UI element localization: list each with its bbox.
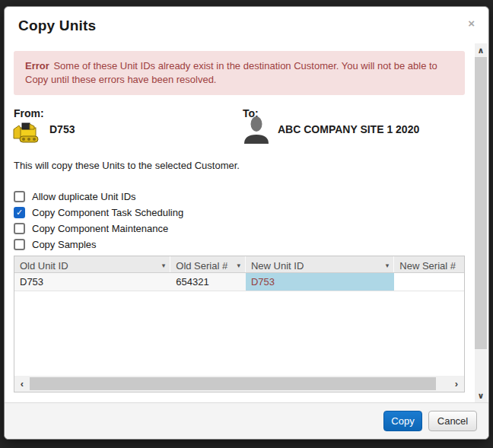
cell-old-serial[interactable]: 654321 — [170, 273, 246, 291]
error-message: Some of these Unit IDs already exist in … — [25, 60, 437, 85]
cell-new-unit-id-error[interactable]: D753 — [246, 273, 394, 291]
bulldozer-icon — [11, 120, 42, 145]
to-label: To: — [243, 107, 464, 119]
from-to-section: From: D753 To: — [14, 107, 464, 150]
filter-dropdown-icon[interactable]: ▾ — [237, 262, 240, 269]
from-block: From: D753 — [14, 107, 243, 150]
scroll-left-icon[interactable]: ‹ — [14, 378, 30, 389]
table-header-row: Old Unit ID ▾ Old Serial # ▾ New Unit ID… — [14, 256, 464, 273]
scroll-down-icon[interactable]: ∨ — [478, 389, 485, 402]
description-text: This will copy these Units to the select… — [14, 160, 464, 171]
checkbox-label: Copy Component Maintenance — [32, 223, 168, 234]
from-value: D753 — [49, 123, 75, 135]
checkbox-box[interactable]: ✓ — [14, 191, 25, 202]
column-header-new-unit-id[interactable]: New Unit ID ▾ — [246, 256, 394, 272]
column-header-old-unit-id[interactable]: Old Unit ID ▾ — [14, 256, 170, 272]
to-block: To: ABC COMPANY SITE 1 2020 — [243, 107, 464, 150]
copy-units-dialog: Copy Units × Error Some of these Unit ID… — [4, 6, 489, 440]
table-empty-area — [14, 291, 464, 376]
checkbox-box[interactable]: ✓ — [14, 239, 25, 250]
filter-dropdown-icon[interactable]: ▾ — [162, 262, 166, 269]
checkbox-copy-component-task-scheduling[interactable]: ✓ Copy Component Task Scheduling — [14, 207, 464, 218]
dialog-footer: Copy Cancel — [5, 402, 488, 439]
vertical-scrollbar[interactable]: ∧ ∨ — [475, 43, 487, 402]
column-header-old-serial[interactable]: Old Serial # ▾ — [170, 256, 246, 272]
error-banner: Error Some of these Unit IDs already exi… — [14, 51, 465, 95]
scroll-right-icon[interactable]: › — [449, 378, 464, 389]
horizontal-scroll-thumb[interactable] — [30, 377, 436, 390]
horizontal-scrollbar[interactable]: ‹ › — [14, 376, 464, 392]
checkbox-copy-samples[interactable]: ✓ Copy Samples — [14, 239, 464, 250]
to-value: ABC COMPANY SITE 1 2020 — [278, 123, 419, 135]
checkbox-box[interactable]: ✓ — [14, 223, 25, 234]
filter-dropdown-icon[interactable]: ▾ — [386, 262, 390, 269]
dialog-content: Error Some of these Unit IDs already exi… — [5, 43, 473, 402]
checkbox-label: Copy Samples — [32, 239, 97, 250]
dialog-title: Copy Units — [18, 17, 96, 34]
checkbox-copy-component-maintenance[interactable]: ✓ Copy Component Maintenance — [14, 223, 464, 234]
cancel-button[interactable]: Cancel — [428, 411, 477, 431]
error-label: Error — [25, 60, 49, 71]
person-icon — [243, 115, 270, 145]
table-row[interactable]: D753 654321 D753 — [14, 273, 464, 291]
checkbox-list: ✓ Allow duplicate Unit IDs ✓ Copy Compon… — [14, 191, 464, 250]
checkbox-label: Copy Component Task Scheduling — [32, 207, 183, 218]
checkbox-box[interactable]: ✓ — [14, 207, 25, 218]
close-icon[interactable]: × — [465, 14, 478, 32]
horizontal-scroll-track[interactable] — [30, 377, 449, 390]
vertical-scroll-track[interactable] — [475, 57, 487, 389]
dialog-header: Copy Units × — [5, 7, 488, 43]
cell-new-serial[interactable] — [394, 273, 464, 291]
vertical-scroll-thumb[interactable] — [475, 57, 487, 349]
column-header-new-serial[interactable]: New Serial # — [394, 256, 464, 272]
checkbox-allow-duplicate-unit-ids[interactable]: ✓ Allow duplicate Unit IDs — [14, 191, 464, 202]
checkbox-label: Allow duplicate Unit IDs — [32, 191, 136, 202]
cell-old-unit-id[interactable]: D753 — [14, 273, 170, 291]
copy-button[interactable]: Copy — [383, 411, 422, 431]
units-table: Old Unit ID ▾ Old Serial # ▾ New Unit ID… — [14, 256, 465, 392]
from-label: From: — [14, 107, 243, 119]
scroll-up-icon[interactable]: ∧ — [478, 43, 485, 57]
